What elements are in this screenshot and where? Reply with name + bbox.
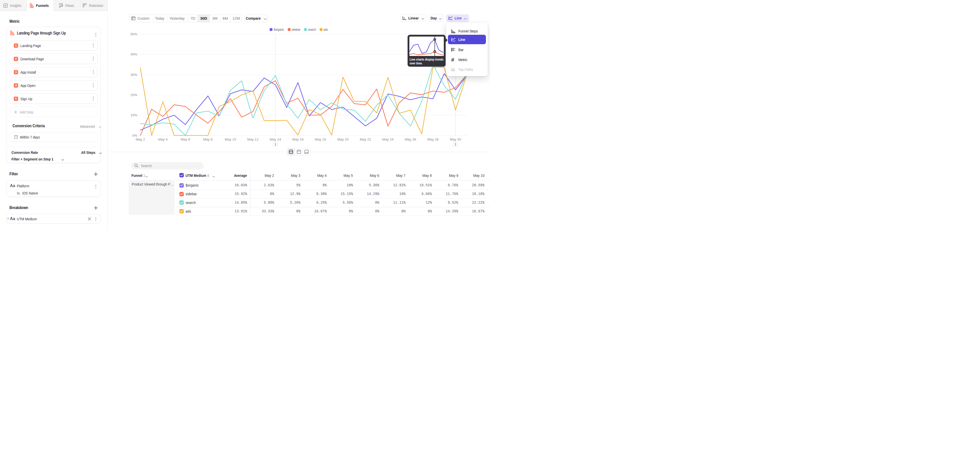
svg-text:May 22: May 22: [360, 137, 371, 141]
svg-text:May 4: May 4: [158, 137, 168, 141]
svg-text:May 28: May 28: [427, 137, 438, 141]
svg-text:May 24: May 24: [382, 137, 394, 141]
svg-text:10%: 10%: [130, 113, 137, 117]
svg-text:May 20: May 20: [337, 137, 348, 141]
svg-text:May 30: May 30: [450, 137, 461, 141]
svg-text:May 16: May 16: [292, 137, 304, 141]
svg-text:May 8: May 8: [203, 137, 213, 141]
svg-text:May 10: May 10: [225, 137, 236, 141]
svg-text:1: 1: [455, 142, 456, 146]
svg-text:1: 1: [275, 142, 277, 146]
svg-text:0%: 0%: [132, 134, 137, 137]
svg-text:May 18: May 18: [315, 137, 326, 141]
svg-text:May 6: May 6: [181, 137, 190, 141]
svg-text:50%: 50%: [130, 32, 137, 36]
svg-text:40%: 40%: [130, 53, 137, 56]
svg-text:May 12: May 12: [247, 137, 259, 141]
svg-text:May 26: May 26: [405, 137, 416, 141]
svg-text:20%: 20%: [130, 93, 137, 97]
svg-text:May 14: May 14: [270, 137, 281, 141]
svg-text:30%: 30%: [130, 73, 137, 77]
svg-text:May 2: May 2: [136, 137, 145, 141]
